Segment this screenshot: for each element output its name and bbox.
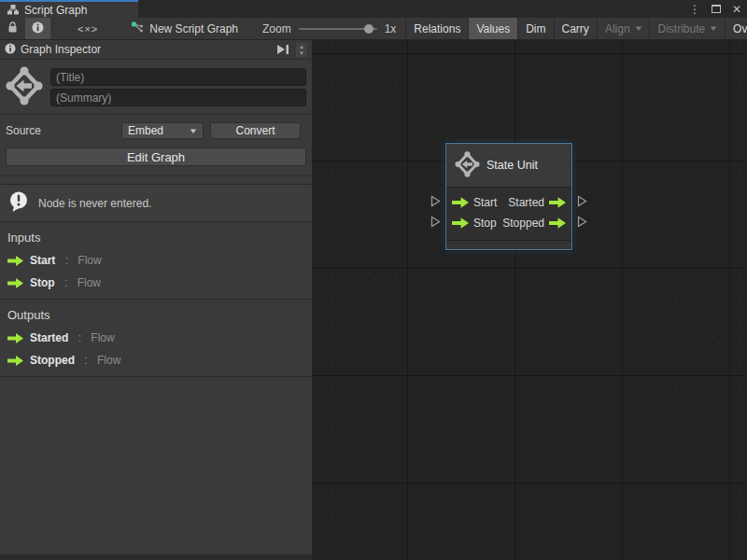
port-type: Flow <box>97 354 120 367</box>
info-icon <box>5 43 16 57</box>
state-unit-node-header[interactable]: State Unit <box>446 144 571 188</box>
lock-button[interactable] <box>0 18 25 39</box>
warning-text: Node is never entered. <box>38 197 151 210</box>
graph-canvas[interactable]: State Unit Start Started <box>313 40 747 560</box>
port-name: Stopped <box>30 354 75 367</box>
carry-label: Carry <box>562 22 589 35</box>
transition-handle-icon[interactable] <box>577 195 587 207</box>
code-view-button[interactable]: <×> <box>71 18 105 39</box>
scroll-down-icon[interactable]: ▼ <box>299 50 304 56</box>
port-separator: : <box>62 254 71 267</box>
toolbar-toggle-values[interactable]: Values <box>468 18 517 39</box>
warning-bubble-icon <box>7 190 30 216</box>
distribute-label: Distribute <box>657 22 705 35</box>
graph-title-input[interactable] <box>50 68 306 86</box>
close-icon[interactable]: ✕ <box>732 4 741 15</box>
node-footer <box>446 240 571 249</box>
flow-arrow-icon <box>7 356 23 366</box>
script-graph-window: Script Graph ⋮ ✕ <×> New Script Gra <box>0 0 747 560</box>
tab-script-graph[interactable]: Script Graph <box>0 0 138 18</box>
convert-label: Convert <box>235 124 275 137</box>
node-port-row: Stop Stopped <box>452 213 566 233</box>
dock-panel-icon[interactable] <box>274 43 292 56</box>
transition-handle-icon[interactable] <box>430 216 441 228</box>
tab-bar: Script Graph ⋮ ✕ <box>0 0 747 18</box>
source-label: Source <box>6 124 121 137</box>
window-controls: ⋮ ✕ <box>689 0 741 18</box>
flow-arrow-icon <box>452 197 469 208</box>
scroll-up-icon[interactable]: ▲ <box>299 44 304 49</box>
divider <box>0 175 312 176</box>
outputs-title: Outputs <box>7 308 304 322</box>
source-row: Source Embed ▼ Convert <box>0 115 312 141</box>
source-dropdown[interactable]: Embed ▼ <box>121 122 204 139</box>
inputs-section: Inputs Start : Flow Stop : Flow <box>0 222 312 300</box>
node-title: State Unit <box>486 159 538 172</box>
info-icon <box>32 21 44 36</box>
state-unit-node[interactable]: State Unit Start Started <box>445 143 572 250</box>
port-row-started: Started : Flow <box>7 331 304 344</box>
port-separator: : <box>75 331 84 344</box>
graph-toolbar: <×> New Script Graph Zoom 1x Relations V… <box>0 18 747 40</box>
toolbar-dropdown-distribute: Distribute▼ <box>649 18 725 39</box>
graph-inspector-header: Graph Inspector ▲ ▼ <box>0 40 312 60</box>
zoom-slider-handle[interactable] <box>364 24 374 34</box>
toolbar-toggle-carry[interactable]: Carry <box>554 18 597 39</box>
outputs-section: Outputs Started : Flow Stopped : Flow <box>0 300 312 377</box>
chevron-down-icon: ▼ <box>633 24 642 33</box>
chevron-down-icon: ▼ <box>189 127 198 135</box>
port-type: Flow <box>78 254 101 267</box>
script-graph-asset-icon <box>131 21 144 36</box>
output-port-stopped[interactable]: Stopped <box>502 217 566 230</box>
flow-arrow-icon <box>7 278 23 288</box>
tab-label: Script Graph <box>24 4 87 17</box>
input-port-start[interactable]: Start <box>452 196 497 209</box>
flow-arrow-icon <box>549 217 566 229</box>
port-type: Flow <box>78 276 101 289</box>
port-label: Started <box>508 196 544 209</box>
zoom-value: 1x <box>385 22 397 35</box>
port-label: Start <box>473 196 497 209</box>
node-port-row: Start Started <box>452 192 566 213</box>
inspector-toggle-button[interactable] <box>25 18 50 39</box>
scroll-arrows[interactable]: ▲ ▼ <box>296 43 307 57</box>
dim-label: Dim <box>526 22 545 35</box>
graph-summary-input[interactable] <box>50 89 306 106</box>
zoom-slider[interactable] <box>299 28 377 30</box>
zoom-control: Zoom 1x <box>253 18 405 39</box>
new-script-graph-label: New Script Graph <box>149 22 238 35</box>
port-label: Stopped <box>502 217 544 230</box>
transition-handle-icon[interactable] <box>430 195 441 207</box>
graph-hierarchy-icon <box>7 5 19 15</box>
state-unit-icon <box>6 66 43 108</box>
convert-button[interactable]: Convert <box>210 122 301 139</box>
warning-box: Node is never entered. <box>0 184 312 222</box>
edit-graph-button[interactable]: Edit Graph <box>6 147 306 166</box>
maximize-icon[interactable] <box>712 5 721 13</box>
port-label: Stop <box>473 217 497 230</box>
inputs-title: Inputs <box>7 231 304 245</box>
port-row-stopped: Stopped : Flow <box>7 354 304 367</box>
port-separator: : <box>81 354 91 367</box>
toolbar-toggle-relations[interactable]: Relations <box>405 18 468 39</box>
graph-title-summary-row <box>0 60 312 114</box>
align-label: Align <box>605 22 630 35</box>
port-name: Start <box>30 254 55 267</box>
port-type: Flow <box>91 331 114 344</box>
toolbar-button-overview[interactable]: Overview <box>725 18 747 39</box>
panel-bottom-edge <box>0 554 312 560</box>
window-menu-icon[interactable]: ⋮ <box>689 4 700 15</box>
zoom-label: Zoom <box>262 22 291 35</box>
flow-arrow-icon <box>7 256 23 266</box>
output-port-started[interactable]: Started <box>508 196 566 209</box>
toolbar-toggle-dim[interactable]: Dim <box>517 18 553 39</box>
new-script-graph-button[interactable]: New Script Graph <box>121 18 247 39</box>
graph-inspector-title: Graph Inspector <box>21 43 101 56</box>
lock-icon <box>7 21 18 36</box>
port-row-stop: Stop : Flow <box>7 276 304 289</box>
transition-handle-icon[interactable] <box>577 216 587 228</box>
port-name: Started <box>30 331 68 344</box>
flow-arrow-icon <box>549 197 566 208</box>
edit-graph-label: Edit Graph <box>127 150 185 164</box>
input-port-stop[interactable]: Stop <box>452 217 497 230</box>
